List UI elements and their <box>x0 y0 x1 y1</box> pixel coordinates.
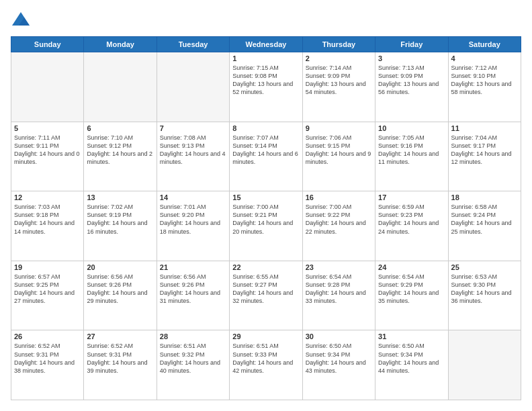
day-number: 12 <box>14 193 81 201</box>
day-number: 16 <box>306 193 372 201</box>
calendar-body: 1Sunrise: 7:15 AM Sunset: 9:08 PM Daylig… <box>11 52 521 400</box>
day-number: 8 <box>232 124 299 132</box>
calendar-cell: 18Sunrise: 6:58 AM Sunset: 9:24 PM Dayli… <box>448 191 521 261</box>
day-number: 24 <box>378 263 445 271</box>
day-number: 3 <box>378 54 445 62</box>
calendar-cell: 4Sunrise: 7:12 AM Sunset: 9:10 PM Daylig… <box>448 52 521 122</box>
day-info: Sunrise: 6:59 AM Sunset: 9:23 PM Dayligh… <box>378 203 445 236</box>
calendar-cell: 27Sunrise: 6:52 AM Sunset: 9:31 PM Dayli… <box>84 330 157 400</box>
day-number: 9 <box>306 124 372 132</box>
day-number: 2 <box>306 54 372 62</box>
day-info: Sunrise: 7:11 AM Sunset: 9:11 PM Dayligh… <box>14 134 81 167</box>
day-info: Sunrise: 6:56 AM Sunset: 9:26 PM Dayligh… <box>160 273 226 306</box>
calendar-cell: 2Sunrise: 7:14 AM Sunset: 9:09 PM Daylig… <box>302 52 375 122</box>
calendar-cell: 8Sunrise: 7:07 AM Sunset: 9:14 PM Daylig… <box>230 122 302 191</box>
day-number: 10 <box>378 124 445 132</box>
calendar-cell: 10Sunrise: 7:05 AM Sunset: 9:16 PM Dayli… <box>375 122 448 191</box>
day-number: 5 <box>14 124 81 132</box>
day-info: Sunrise: 6:53 AM Sunset: 9:30 PM Dayligh… <box>451 273 518 306</box>
calendar-cell: 19Sunrise: 6:57 AM Sunset: 9:25 PM Dayli… <box>11 261 84 330</box>
calendar-cell: 21Sunrise: 6:56 AM Sunset: 9:26 PM Dayli… <box>157 261 229 330</box>
day-info: Sunrise: 6:50 AM Sunset: 9:34 PM Dayligh… <box>306 342 372 375</box>
day-info: Sunrise: 6:52 AM Sunset: 9:31 PM Dayligh… <box>14 342 81 375</box>
day-info: Sunrise: 7:04 AM Sunset: 9:17 PM Dayligh… <box>451 134 518 167</box>
calendar-week: 1Sunrise: 7:15 AM Sunset: 9:08 PM Daylig… <box>11 52 521 122</box>
calendar-cell: 20Sunrise: 6:56 AM Sunset: 9:26 PM Dayli… <box>84 261 157 330</box>
calendar-cell: 29Sunrise: 6:51 AM Sunset: 9:33 PM Dayli… <box>230 330 302 400</box>
day-number: 6 <box>87 124 153 132</box>
day-info: Sunrise: 7:01 AM Sunset: 9:20 PM Dayligh… <box>160 203 226 236</box>
day-info: Sunrise: 6:56 AM Sunset: 9:26 PM Dayligh… <box>87 273 153 306</box>
calendar: SundayMondayTuesdayWednesdayThursdayFrid… <box>11 36 521 400</box>
logo <box>11 11 34 31</box>
day-number: 7 <box>160 124 226 132</box>
page: SundayMondayTuesdayWednesdayThursdayFrid… <box>0 0 532 411</box>
calendar-cell: 31Sunrise: 6:50 AM Sunset: 9:34 PM Dayli… <box>375 330 448 400</box>
calendar-week: 12Sunrise: 7:03 AM Sunset: 9:18 PM Dayli… <box>11 191 521 261</box>
calendar-cell: 28Sunrise: 6:51 AM Sunset: 9:32 PM Dayli… <box>157 330 229 400</box>
day-number: 4 <box>451 54 518 62</box>
calendar-header: SundayMondayTuesdayWednesdayThursdayFrid… <box>11 37 521 52</box>
day-number: 19 <box>14 263 81 271</box>
weekday-header: Wednesday <box>230 37 302 52</box>
day-info: Sunrise: 7:07 AM Sunset: 9:14 PM Dayligh… <box>232 134 299 167</box>
calendar-cell: 5Sunrise: 7:11 AM Sunset: 9:11 PM Daylig… <box>11 122 84 191</box>
day-info: Sunrise: 7:14 AM Sunset: 9:09 PM Dayligh… <box>306 64 372 97</box>
day-info: Sunrise: 7:10 AM Sunset: 9:12 PM Dayligh… <box>87 134 153 167</box>
day-number: 20 <box>87 263 153 271</box>
day-number: 31 <box>378 332 445 340</box>
calendar-week: 26Sunrise: 6:52 AM Sunset: 9:31 PM Dayli… <box>11 330 521 400</box>
weekday-header: Sunday <box>11 37 84 52</box>
day-number: 17 <box>378 193 445 201</box>
day-info: Sunrise: 7:02 AM Sunset: 9:19 PM Dayligh… <box>87 203 153 236</box>
weekday-header: Thursday <box>302 37 375 52</box>
calendar-cell: 17Sunrise: 6:59 AM Sunset: 9:23 PM Dayli… <box>375 191 448 261</box>
calendar-cell <box>157 52 229 122</box>
day-info: Sunrise: 7:15 AM Sunset: 9:08 PM Dayligh… <box>232 64 299 97</box>
day-info: Sunrise: 6:52 AM Sunset: 9:31 PM Dayligh… <box>87 342 153 375</box>
day-number: 25 <box>451 263 518 271</box>
calendar-cell: 30Sunrise: 6:50 AM Sunset: 9:34 PM Dayli… <box>302 330 375 400</box>
weekday-row: SundayMondayTuesdayWednesdayThursdayFrid… <box>11 37 521 52</box>
day-info: Sunrise: 7:08 AM Sunset: 9:13 PM Dayligh… <box>160 134 226 167</box>
calendar-cell: 11Sunrise: 7:04 AM Sunset: 9:17 PM Dayli… <box>448 122 521 191</box>
calendar-cell: 26Sunrise: 6:52 AM Sunset: 9:31 PM Dayli… <box>11 330 84 400</box>
day-number: 22 <box>232 263 299 271</box>
calendar-cell: 25Sunrise: 6:53 AM Sunset: 9:30 PM Dayli… <box>448 261 521 330</box>
day-number: 29 <box>232 332 299 340</box>
day-number: 13 <box>87 193 153 201</box>
day-info: Sunrise: 7:05 AM Sunset: 9:16 PM Dayligh… <box>378 134 445 167</box>
calendar-cell: 6Sunrise: 7:10 AM Sunset: 9:12 PM Daylig… <box>84 122 157 191</box>
calendar-cell: 12Sunrise: 7:03 AM Sunset: 9:18 PM Dayli… <box>11 191 84 261</box>
day-number: 21 <box>160 263 226 271</box>
day-info: Sunrise: 6:57 AM Sunset: 9:25 PM Dayligh… <box>14 273 81 306</box>
logo-icon <box>11 11 31 31</box>
day-number: 28 <box>160 332 226 340</box>
day-info: Sunrise: 7:00 AM Sunset: 9:22 PM Dayligh… <box>306 203 372 236</box>
calendar-cell: 13Sunrise: 7:02 AM Sunset: 9:19 PM Dayli… <box>84 191 157 261</box>
calendar-week: 5Sunrise: 7:11 AM Sunset: 9:11 PM Daylig… <box>11 122 521 191</box>
day-info: Sunrise: 6:51 AM Sunset: 9:32 PM Dayligh… <box>160 342 226 375</box>
weekday-header: Friday <box>375 37 448 52</box>
day-info: Sunrise: 6:54 AM Sunset: 9:29 PM Dayligh… <box>378 273 445 306</box>
day-info: Sunrise: 7:12 AM Sunset: 9:10 PM Dayligh… <box>451 64 518 97</box>
weekday-header: Tuesday <box>157 37 229 52</box>
calendar-cell <box>448 330 521 400</box>
calendar-cell: 15Sunrise: 7:00 AM Sunset: 9:21 PM Dayli… <box>230 191 302 261</box>
calendar-cell <box>84 52 157 122</box>
day-info: Sunrise: 7:06 AM Sunset: 9:15 PM Dayligh… <box>306 134 372 167</box>
day-number: 15 <box>232 193 299 201</box>
calendar-cell: 14Sunrise: 7:01 AM Sunset: 9:20 PM Dayli… <box>157 191 229 261</box>
day-number: 11 <box>451 124 518 132</box>
calendar-cell: 22Sunrise: 6:55 AM Sunset: 9:27 PM Dayli… <box>230 261 302 330</box>
calendar-cell: 9Sunrise: 7:06 AM Sunset: 9:15 PM Daylig… <box>302 122 375 191</box>
day-info: Sunrise: 6:51 AM Sunset: 9:33 PM Dayligh… <box>232 342 299 375</box>
calendar-cell: 24Sunrise: 6:54 AM Sunset: 9:29 PM Dayli… <box>375 261 448 330</box>
day-info: Sunrise: 7:00 AM Sunset: 9:21 PM Dayligh… <box>232 203 299 236</box>
day-info: Sunrise: 7:13 AM Sunset: 9:09 PM Dayligh… <box>378 64 445 97</box>
calendar-cell: 7Sunrise: 7:08 AM Sunset: 9:13 PM Daylig… <box>157 122 229 191</box>
day-number: 26 <box>14 332 81 340</box>
day-number: 27 <box>87 332 153 340</box>
day-number: 30 <box>306 332 372 340</box>
day-number: 14 <box>160 193 226 201</box>
